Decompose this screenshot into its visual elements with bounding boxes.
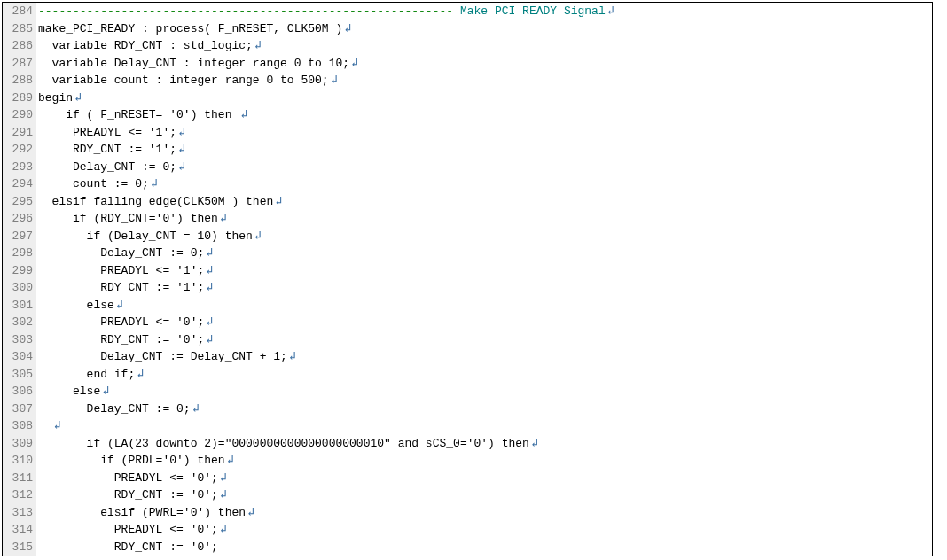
code-text: variable Delay_CNT : integer range 0 to … [36, 55, 932, 73]
eol-icon: ↲ [176, 143, 185, 156]
code-line: 288 variable count : integer range 0 to … [3, 72, 932, 89]
code-text: PREADYL <= '0';↲ [36, 314, 932, 331]
code-line: 294 count := 0;↲ [3, 175, 932, 193]
code-text: elsif (PWRL='0') then↲ [36, 504, 932, 522]
code-segment: begin [38, 91, 73, 105]
line-number: 285 [3, 20, 36, 38]
code-segment: variable count : integer range 0 to 500; [38, 74, 329, 87]
eol-icon: ↲ [218, 471, 227, 485]
code-segment: if (RDY_CNT='0') then [38, 212, 218, 225]
eol-icon: ↲ [342, 22, 351, 35]
code-text: Delay_CNT := 0;↲ [36, 245, 932, 262]
code-line: 314 PREADYL <= '0';↲ [3, 521, 932, 539]
line-number: 300 [3, 279, 36, 297]
code-line: 302 PREADYL <= '0';↲ [3, 314, 932, 331]
eol-icon: ↲ [329, 74, 338, 87]
code-text: elsif falling_edge(CLK50M ) then↲ [36, 193, 932, 211]
eol-icon: ↲ [204, 246, 213, 260]
code-segment: if (PRDL='0') then [38, 454, 225, 467]
code-segment: Delay_CNT := Delay_CNT + 1; [38, 350, 287, 363]
code-segment: make_PCI_READY : process( F_nRESET, CLK5… [38, 22, 342, 35]
code-line: 298 Delay_CNT := 0;↲ [3, 245, 932, 262]
line-number: 303 [3, 331, 36, 349]
code-segment: else [38, 385, 100, 398]
code-line: 289begin↲ [3, 89, 932, 107]
code-line: 297 if (Delay_CNT = 10) then↲ [3, 228, 932, 245]
code-line: 291 PREADYL <= '1';↲ [3, 124, 932, 142]
eol-icon: ↲ [176, 126, 185, 139]
code-segment: PREADYL <= '1'; [38, 126, 176, 139]
eol-icon: ↲ [246, 506, 254, 519]
line-number: 293 [3, 159, 36, 176]
line-number: 294 [3, 175, 36, 193]
code-text: else↲ [36, 383, 932, 401]
code-segment: RDY_CNT := '0'; [38, 541, 218, 554]
line-number: 290 [3, 106, 36, 124]
line-number: 288 [3, 72, 36, 89]
code-segment: ----------------------------------------… [38, 4, 460, 18]
code-line: 306 else↲ [3, 383, 932, 401]
code-text: PREADYL <= '1';↲ [36, 124, 932, 142]
code-line: 284-------------------------------------… [3, 3, 932, 20]
eol-icon: ↲ [204, 264, 213, 277]
eol-icon: ↲ [218, 523, 227, 536]
line-number: 312 [3, 486, 36, 504]
code-text: begin↲ [36, 89, 932, 107]
code-line: 303 RDY_CNT := '0';↲ [3, 331, 932, 349]
code-text: Delay_CNT := Delay_CNT + 1;↲ [36, 348, 932, 366]
line-number: 284 [3, 3, 36, 20]
code-segment: RDY_CNT := '0'; [38, 333, 204, 346]
code-text: ----------------------------------------… [36, 3, 932, 20]
code-line: 290 if ( F_nRESET= '0') then ↲ [3, 106, 932, 124]
code-line: 312 RDY_CNT := '0';↲ [3, 486, 932, 504]
code-text: variable count : integer range 0 to 500;… [36, 72, 932, 89]
code-segment: PREADYL <= '0'; [38, 315, 204, 329]
code-segment: variable RDY_CNT : std_logic; [38, 39, 253, 52]
line-number: 297 [3, 228, 36, 245]
code-line: 304 Delay_CNT := Delay_CNT + 1;↲ [3, 348, 932, 366]
code-line: 310 if (PRDL='0') then↲ [3, 452, 932, 470]
code-listing: 284-------------------------------------… [3, 3, 932, 556]
code-text: RDY_CNT := '1';↲ [36, 279, 932, 297]
line-number: 295 [3, 193, 36, 211]
code-segment: Make PCI READY Signal [460, 4, 606, 18]
eol-icon: ↲ [218, 212, 227, 225]
eol-icon: ↲ [529, 437, 538, 450]
eol-icon: ↲ [218, 488, 227, 502]
code-line: 286 variable RDY_CNT : std_logic;↲ [3, 37, 932, 55]
line-number: 289 [3, 89, 36, 107]
code-segment: count := 0; [38, 177, 149, 191]
code-segment: Delay_CNT := 0; [38, 402, 191, 416]
code-text: if ( F_nRESET= '0') then ↲ [36, 106, 932, 124]
code-line: 292 RDY_CNT := '1';↲ [3, 141, 932, 159]
code-text: RDY_CNT := '0';↲ [36, 331, 932, 349]
eol-icon: ↲ [100, 385, 109, 398]
code-line: 307 Delay_CNT := 0;↲ [3, 401, 932, 418]
code-line: 311 PREADYL <= '0';↲ [3, 470, 932, 487]
line-number: 286 [3, 37, 36, 55]
code-line: 299 PREADYL <= '1';↲ [3, 262, 932, 280]
line-number: 299 [3, 262, 36, 280]
eol-icon: ↲ [114, 299, 123, 312]
code-text: RDY_CNT := '0';↲ [36, 486, 932, 504]
code-text: Delay_CNT := 0;↲ [36, 159, 932, 176]
code-segment: if ( F_nRESET= '0') then [38, 108, 239, 121]
code-text: else↲ [36, 297, 932, 315]
code-line: 295 elsif falling_edge(CLK50M ) then↲ [3, 193, 932, 211]
line-number: 308 [3, 417, 36, 435]
code-segment: Delay_CNT := 0; [38, 246, 204, 260]
line-number: 287 [3, 55, 36, 73]
code-segment: PREADYL <= '0'; [38, 471, 218, 485]
eol-icon: ↲ [225, 454, 234, 467]
eol-icon: ↲ [204, 281, 213, 294]
code-text: RDY_CNT := '0'; [36, 539, 932, 556]
code-text: variable RDY_CNT : std_logic;↲ [36, 37, 932, 55]
code-text: make_PCI_READY : process( F_nRESET, CLK5… [36, 20, 932, 38]
line-number: 310 [3, 452, 36, 470]
code-segment: elsif falling_edge(CLK50M ) then [38, 195, 273, 208]
line-number: 311 [3, 470, 36, 487]
code-text: PREADYL <= '1';↲ [36, 262, 932, 280]
line-number: 306 [3, 383, 36, 401]
line-number: 315 [3, 539, 36, 556]
line-number: 302 [3, 314, 36, 331]
